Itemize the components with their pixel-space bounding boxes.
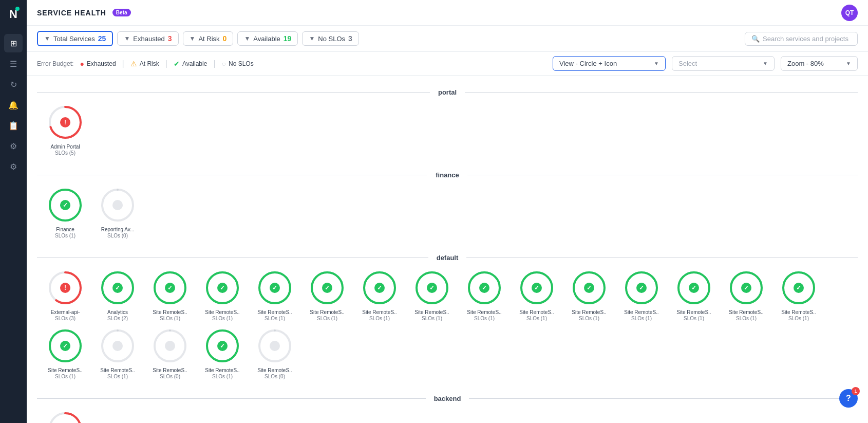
service-slo: SLOs (1) bbox=[684, 316, 704, 321]
service-slo: SLOs (1) bbox=[788, 316, 809, 321]
controls-bar: Error Budget: ● Exhausted | ⚠ At Risk | … bbox=[27, 52, 868, 76]
sidebar-item-home[interactable]: ⊞ bbox=[4, 34, 23, 52]
service-status-icon bbox=[112, 341, 123, 351]
avatar[interactable]: QT bbox=[841, 5, 858, 21]
service-name: Analytics bbox=[107, 309, 128, 316]
list-item[interactable]: ! Databases SLOs (5) bbox=[42, 410, 88, 423]
filter-total-label: Total Services bbox=[53, 35, 95, 43]
service-name: Site RemoteS.. bbox=[205, 309, 239, 316]
list-item[interactable]: ✓ Analytics SLOs (2) bbox=[95, 269, 141, 321]
sidebar-item-bell[interactable]: 🔔 bbox=[4, 96, 23, 114]
service-status-icon bbox=[112, 200, 123, 210]
service-name: Site RemoteS.. bbox=[153, 309, 187, 316]
circle-container: ! bbox=[47, 104, 84, 141]
search-bar[interactable]: 🔍 Search services and projects bbox=[745, 32, 858, 46]
zoom-value: Zoom - 80% bbox=[787, 60, 824, 67]
service-status-icon: ✓ bbox=[60, 200, 70, 210]
list-item[interactable]: ✓ Site RemoteS.. SLOs (1) bbox=[776, 269, 822, 321]
circle-container: ✓ bbox=[47, 187, 84, 224]
service-slo: SLOs (1) bbox=[107, 374, 128, 379]
list-item[interactable]: ✓ Site RemoteS.. SLOs (1) bbox=[409, 269, 455, 321]
list-item[interactable]: ! Admin Portal SLOs (5) bbox=[42, 104, 88, 156]
service-name: Site RemoteS.. bbox=[48, 367, 82, 374]
filter-exhausted[interactable]: ▼ Exhausted 3 bbox=[117, 31, 178, 46]
sidebar: N ⊞ ☰ ↻ 🔔 📋 ⚙ ⚙ bbox=[0, 0, 27, 423]
list-item[interactable]: ✓ Finance SLOs (1) bbox=[42, 187, 88, 238]
list-item[interactable]: Site RemoteS.. SLOs (1) bbox=[95, 327, 141, 379]
circle-container: ✓ bbox=[256, 269, 293, 306]
service-slo: SLOs (0) bbox=[107, 233, 128, 238]
service-name: Site RemoteS.. bbox=[519, 309, 554, 316]
help-icon: ? bbox=[846, 394, 851, 403]
list-item[interactable]: ✓ Site RemoteS.. SLOs (1) bbox=[199, 269, 246, 321]
service-status-icon: ✓ bbox=[636, 283, 647, 293]
legend-available-label: Available bbox=[182, 60, 207, 67]
sidebar-item-refresh[interactable]: ↻ bbox=[4, 75, 23, 94]
service-slo: SLOs (1) bbox=[474, 316, 495, 321]
list-item[interactable]: Reporting Av... SLOs (0) bbox=[95, 187, 141, 238]
filter-total[interactable]: ▼ Total Services 25 bbox=[37, 31, 113, 46]
circle-container bbox=[152, 327, 188, 364]
service-slo: SLOs (5) bbox=[55, 150, 76, 156]
sidebar-item-gear[interactable]: ⚙ bbox=[4, 137, 23, 155]
circle-container bbox=[99, 187, 136, 224]
service-slo: SLOs (1) bbox=[526, 316, 547, 321]
logo-dot bbox=[15, 7, 20, 11]
list-item[interactable]: ✓ Site RemoteS.. SLOs (1) bbox=[618, 269, 665, 321]
view-dropdown[interactable]: View - Circle + Icon ▼ bbox=[553, 56, 666, 71]
zoom-dropdown[interactable]: Zoom - 80% ▼ bbox=[781, 56, 858, 71]
list-item[interactable]: ✓ Site RemoteS.. SLOs (1) bbox=[42, 327, 88, 379]
list-item[interactable]: ✓ Site RemoteS.. SLOs (1) bbox=[147, 269, 193, 321]
service-name: External-api- bbox=[51, 309, 80, 316]
legend-sep-1: | bbox=[122, 59, 124, 68]
filter-icon-exhausted: ▼ bbox=[124, 35, 130, 42]
legend-available: ✔ Available bbox=[174, 60, 207, 68]
list-item[interactable]: Site RemoteS.. SLOs (0) bbox=[147, 327, 193, 379]
service-slo: SLOs (3) bbox=[55, 316, 76, 321]
sidebar-item-report[interactable]: 📋 bbox=[4, 116, 23, 135]
legend-noslo: ○ No SLOs bbox=[222, 60, 254, 68]
circle-container: ✓ bbox=[47, 327, 84, 364]
logo[interactable]: N bbox=[4, 5, 23, 24]
list-item[interactable]: ✓ Site RemoteS.. SLOs (1) bbox=[356, 269, 403, 321]
list-item[interactable]: ! External-api- SLOs (3) bbox=[42, 269, 88, 321]
service-name: Site RemoteS.. bbox=[467, 309, 501, 316]
list-item[interactable]: ✓ Site RemoteS.. SLOs (1) bbox=[671, 269, 717, 321]
filter-available[interactable]: ▼ Available 19 bbox=[237, 31, 298, 46]
help-button[interactable]: ? 1 bbox=[839, 389, 858, 408]
topbar-right: QT bbox=[841, 5, 858, 21]
filter-total-count: 25 bbox=[98, 34, 106, 43]
group-label-finance: finance bbox=[427, 171, 467, 179]
sidebar-item-list[interactable]: ☰ bbox=[4, 54, 23, 73]
filter-icon-noslo: ▼ bbox=[309, 35, 315, 42]
circle-container: ✓ bbox=[309, 269, 346, 306]
list-item[interactable]: ✓ Site RemoteS.. SLOs (1) bbox=[199, 327, 246, 379]
list-item[interactable]: Site RemoteS.. SLOs (0) bbox=[252, 327, 298, 379]
service-status-icon: ✓ bbox=[532, 283, 542, 293]
sidebar-item-settings[interactable]: ⚙ bbox=[4, 157, 23, 176]
list-item[interactable]: ✓ Site RemoteS.. SLOs (1) bbox=[514, 269, 560, 321]
group-label-portal: portal bbox=[430, 88, 465, 96]
circle-container bbox=[256, 327, 293, 364]
list-item[interactable]: ✓ Site RemoteS.. SLOs (1) bbox=[461, 269, 507, 321]
list-item[interactable]: ✓ Site RemoteS.. SLOs (1) bbox=[566, 269, 612, 321]
legend-exhausted-icon: ● bbox=[80, 60, 84, 68]
legend-noslo-label: No SLOs bbox=[229, 60, 254, 67]
service-slo: SLOs (0) bbox=[265, 374, 285, 379]
filter-atrisk[interactable]: ▼ At Risk 0 bbox=[183, 31, 234, 46]
list-item[interactable]: ✓ Site RemoteS.. SLOs (1) bbox=[723, 269, 769, 321]
group-line-left bbox=[37, 175, 427, 175]
select-dropdown[interactable]: Select ▼ bbox=[672, 56, 775, 71]
list-item[interactable]: ✓ Site RemoteS.. SLOs (1) bbox=[252, 269, 298, 321]
service-slo: SLOs (1) bbox=[317, 316, 337, 321]
filter-available-label: Available bbox=[253, 35, 280, 43]
filter-atrisk-label: At Risk bbox=[198, 35, 219, 43]
filter-bar: ▼ Total Services 25 ▼ Exhausted 3 ▼ At R… bbox=[27, 26, 868, 52]
legend-sep-2: | bbox=[165, 59, 167, 68]
list-item[interactable]: ✓ Site RemoteS.. SLOs (1) bbox=[304, 269, 350, 321]
filter-noslo[interactable]: ▼ No SLOs 3 bbox=[302, 31, 358, 46]
services-row-finance: ✓ Finance SLOs (1) Reporting Av... SLOs … bbox=[37, 187, 858, 244]
service-name: Site RemoteS.. bbox=[257, 367, 292, 374]
group-divider-backend: backend bbox=[37, 395, 858, 402]
legend-available-icon: ✔ bbox=[174, 60, 180, 68]
